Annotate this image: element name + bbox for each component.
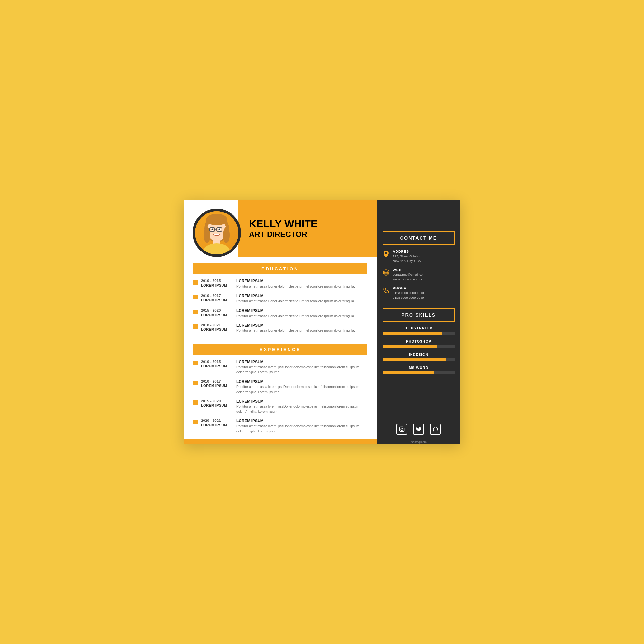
skill-bar-fill (383, 358, 446, 361)
entry-description: LOREM IPSUM Porttitor amet massa Doner d… (236, 279, 367, 289)
entry-dot (193, 381, 198, 385)
skills-content: ILLUSTRATOR PHOTOSHOP INDESIGN MS WORD (383, 326, 455, 379)
entry-description: LOREM IPSUM Porttitor amet massa lorem i… (236, 419, 367, 434)
phone-icon (383, 287, 390, 294)
skill-bar (383, 332, 455, 335)
resume-container: KELLY WHITE ART DIRECTOR EDUCATION 2010 … (184, 200, 460, 444)
entry-dot (193, 400, 198, 405)
social-row (377, 417, 460, 439)
skill-item: MS WORD (383, 366, 455, 374)
education-entry: 2018 - 2021 LOREM IPSUM LOREM IPSUM Port… (193, 323, 367, 333)
skill-bar-fill (383, 345, 437, 348)
entry-date: 2015 - 2020 LOREM IPSUM (201, 308, 236, 317)
experience-label: EXPERIENCE (260, 347, 301, 352)
skill-name: ILLUSTRATOR (383, 326, 455, 330)
svg-rect-20 (400, 427, 404, 431)
left-column: KELLY WHITE ART DIRECTOR EDUCATION 2010 … (184, 200, 377, 444)
header: KELLY WHITE ART DIRECTOR (184, 200, 377, 257)
contact-phone: PHONE 0123 0000 0000 10000123 0000 8000 … (383, 287, 455, 300)
entry-description: LOREM IPSUM Porttitor amet massa lorem i… (236, 399, 367, 414)
phone-text: PHONE 0123 0000 0000 10000123 0000 8000 … (393, 287, 424, 300)
address-value: 123, Street Oclaho,New York City, USA (393, 254, 421, 264)
entry-description: LOREM IPSUM Porttitor amet massa lorem i… (236, 360, 367, 375)
address-text: ADDRES 123, Street Oclaho,New York City,… (393, 250, 421, 264)
svg-point-22 (403, 427, 403, 428)
right-top-dark (377, 200, 460, 225)
skill-bar-fill (383, 371, 434, 374)
entry-date: 2020 - 2021 LOREM IPSUM (201, 419, 236, 427)
svg-point-4 (206, 214, 227, 225)
skills-box: PRO SKILLS (383, 308, 455, 322)
svg-point-3 (223, 227, 230, 243)
person-title: ART DIRECTOR (249, 230, 369, 239)
name-banner: KELLY WHITE ART DIRECTOR (238, 200, 377, 257)
web-label: WEB (393, 268, 425, 272)
skill-item: INDESIGN (383, 353, 455, 361)
skills-label: PRO SKILLS (402, 312, 436, 317)
bottom-bar (184, 439, 377, 444)
education-label: EDUCATION (261, 266, 299, 271)
entry-date: 2010 - 2015 LOREM IPSUM (201, 360, 236, 368)
svg-point-10 (212, 229, 213, 230)
entry-dot (193, 361, 198, 365)
skill-name: PHOTOSHOP (383, 339, 455, 343)
experience-entry: 2010 - 2015 LOREM IPSUM LOREM IPSUM Port… (193, 360, 367, 375)
watermark: mostaqi.com (377, 439, 460, 444)
skill-bar (383, 345, 455, 348)
contact-me-box: CONTACT ME (383, 231, 455, 245)
entry-description: LOREM IPSUM Porttitor amet massa lorem i… (236, 379, 367, 394)
profile-photo (193, 209, 241, 257)
education-entry: 2015 - 2020 LOREM IPSUM LOREM IPSUM Port… (193, 308, 367, 319)
entry-dot (193, 324, 198, 329)
twitter-icon[interactable] (413, 424, 424, 435)
skill-bar-fill (383, 332, 442, 335)
entry-date: 2015 - 2020 LOREM IPSUM (201, 399, 236, 407)
experience-section-bar: EXPERIENCE (193, 344, 367, 355)
contact-address: ADDRES 123, Street Oclaho,New York City,… (383, 250, 455, 264)
location-icon (383, 251, 390, 258)
experience-content: 2010 - 2015 LOREM IPSUM LOREM IPSUM Port… (184, 355, 377, 439)
svg-point-11 (219, 229, 220, 230)
education-entry: 2010 - 2017 LOREM IPSUM LOREM IPSUM Port… (193, 294, 367, 304)
education-content: 2010 - 2015 LOREM IPSUM LOREM IPSUM Port… (184, 274, 377, 337)
divider (383, 384, 455, 384)
contact-me-label: CONTACT ME (400, 235, 437, 241)
instagram-icon[interactable] (396, 424, 407, 435)
svg-point-21 (401, 428, 403, 431)
entry-date: 2010 - 2015 LOREM IPSUM (201, 279, 236, 287)
skill-item: ILLUSTRATOR (383, 326, 455, 335)
entry-description: LOREM IPSUM Porttitor amet massa Doner d… (236, 323, 367, 333)
phone-label: PHONE (393, 287, 424, 290)
experience-entry: 2020 - 2021 LOREM IPSUM LOREM IPSUM Port… (193, 419, 367, 434)
photo-placeholder (195, 211, 238, 254)
education-section-bar: EDUCATION (193, 263, 367, 274)
photo-wrapper (184, 200, 241, 257)
whatsapp-icon[interactable] (430, 424, 441, 435)
globe-icon (383, 269, 390, 276)
skill-bar (383, 371, 455, 374)
entry-dot (193, 310, 198, 314)
entry-date: 2010 - 2017 LOREM IPSUM (201, 379, 236, 388)
experience-entry: 2010 - 2017 LOREM IPSUM LOREM IPSUM Port… (193, 379, 367, 394)
skill-name: MS WORD (383, 366, 455, 370)
skill-item: PHOTOSHOP (383, 339, 455, 348)
entry-description: LOREM IPSUM Porttitor amet massa Doner d… (236, 308, 367, 319)
skill-name: INDESIGN (383, 353, 455, 356)
skill-bar (383, 358, 455, 361)
right-column: CONTACT ME ADDRES 123, Street Oclaho,New… (377, 200, 460, 444)
entry-dot (193, 280, 198, 285)
entry-date: 2010 - 2017 LOREM IPSUM (201, 294, 236, 302)
experience-entry: 2015 - 2020 LOREM IPSUM LOREM IPSUM Port… (193, 399, 367, 414)
contact-items: ADDRES 123, Street Oclaho,New York City,… (383, 250, 455, 305)
person-name: KELLY WHITE (249, 218, 369, 230)
contact-web: WEB contactme@email.comwww.contactme.com (383, 268, 455, 282)
web-text: WEB contactme@email.comwww.contactme.com (393, 268, 425, 282)
entry-dot (193, 295, 198, 299)
entry-description: LOREM IPSUM Porttitor amet massa Doner d… (236, 294, 367, 304)
web-value: contactme@email.comwww.contactme.com (393, 272, 425, 282)
entry-date: 2018 - 2021 LOREM IPSUM (201, 323, 236, 331)
address-label: ADDRES (393, 250, 421, 253)
entry-dot (193, 420, 198, 424)
phone-value: 0123 0000 0000 10000123 0000 8000 0000 (393, 291, 424, 300)
svg-rect-14 (207, 245, 226, 254)
